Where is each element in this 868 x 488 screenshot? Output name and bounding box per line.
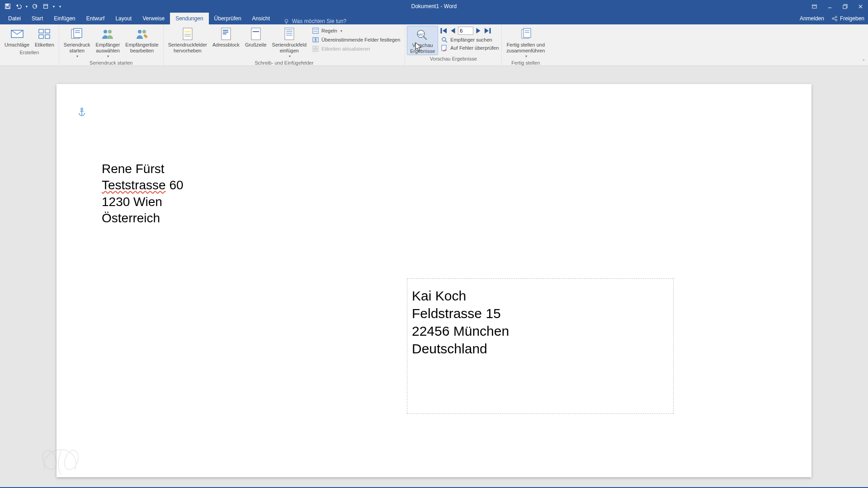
ribbon-display-icon[interactable] <box>807 0 822 13</box>
svg-point-64 <box>442 38 446 41</box>
svg-rect-6 <box>812 5 816 8</box>
redo-icon[interactable] <box>30 1 40 11</box>
seriendruck-starten-button[interactable]: Seriendruck starten▾ <box>61 26 93 59</box>
empfaenger-suchen-button[interactable]: Empfänger suchen <box>438 36 500 44</box>
empfaenger-auswaehlen-button[interactable]: Empfänger auswählen▾ <box>93 26 123 59</box>
tab-design[interactable]: Entwurf <box>81 13 110 24</box>
workspace: Rene Fürst Teststrasse 60 1230 Wien Öste… <box>0 66 868 487</box>
group-label-vorschau: Vorschau Ergebnisse <box>407 55 500 63</box>
envelope-icon <box>10 27 24 41</box>
close-icon[interactable] <box>853 0 868 13</box>
undo-icon[interactable] <box>14 1 24 11</box>
tell-me-placeholder: Was möchten Sie tun? <box>292 18 346 24</box>
titlebar: ▼ ▼ ▾ Dokument1 - Word <box>0 0 868 13</box>
tab-mailings[interactable]: Sendungen <box>170 13 208 24</box>
svg-text:ABC: ABC <box>417 33 425 37</box>
touch-mode-icon[interactable] <box>41 1 51 11</box>
group-fertig: Fertig stellen und zusammenführen▾ Ferti… <box>502 24 549 66</box>
group-seriendruck-starten: Seriendruck starten▾ Empfänger auswählen… <box>59 24 164 66</box>
svg-point-17 <box>835 16 837 18</box>
sender-country: Österreich <box>102 210 184 226</box>
recipient-name: Kai Koch <box>412 287 669 305</box>
etiketten-aktualisieren-button: Etiketten aktualisieren <box>311 45 401 53</box>
fertig-stellen-button[interactable]: Fertig stellen und zusammenführen▾ <box>504 26 547 59</box>
finish-merge-icon <box>519 27 533 41</box>
svg-rect-68 <box>524 28 531 38</box>
last-record-icon[interactable] <box>483 27 491 35</box>
svg-rect-2 <box>6 7 9 9</box>
recipient-textbox[interactable]: Kai Koch Feldstrasse 15 22456 München De… <box>407 278 674 414</box>
vorschau-ergebnisse-button[interactable]: ABC Vorschau Ergebnisse <box>407 26 438 55</box>
first-record-icon[interactable] <box>440 27 448 35</box>
fehler-ueberpruefen-button[interactable]: Auf Fehler überprüfen <box>438 44 500 52</box>
rules-icon <box>312 27 319 34</box>
prev-record-icon[interactable] <box>449 27 457 35</box>
hervorheben-button[interactable]: Seriendruckfelder hervorheben <box>165 26 210 54</box>
etiketten-button[interactable]: Etiketten <box>32 26 57 49</box>
svg-line-65 <box>445 41 447 42</box>
recipients-icon <box>100 27 115 41</box>
svg-rect-24 <box>39 35 43 38</box>
preview-results-icon: ABC <box>415 27 430 42</box>
undo-dropdown-icon[interactable]: ▼ <box>24 1 29 11</box>
match-fields-icon <box>312 36 319 43</box>
svg-point-74 <box>40 449 59 472</box>
svg-rect-53 <box>316 38 318 42</box>
grusszeile-button[interactable]: Grußzeile <box>242 26 269 49</box>
signin-link[interactable]: Anmelden <box>800 15 824 22</box>
seriendruckfeld-einfuegen-button[interactable]: Seriendruckfeld einfügen▾ <box>269 26 309 59</box>
window-title: Dokument1 - Word <box>411 3 457 9</box>
empfaengerliste-bearbeiten-button[interactable]: Empfängerliste bearbeiten <box>123 26 161 54</box>
document-page[interactable]: Rene Fürst Teststrasse 60 1230 Wien Öste… <box>57 84 811 477</box>
minimize-icon[interactable] <box>822 0 837 13</box>
lightbulb-icon <box>283 19 289 24</box>
sender-name: Rene Fürst <box>102 161 184 177</box>
group-vorschau: ABC Vorschau Ergebnisse Empfänger suchen <box>405 24 502 66</box>
qat-customize-icon[interactable]: ▾ <box>57 1 63 11</box>
group-label-erstellen: Erstellen <box>2 49 57 56</box>
svg-point-71 <box>81 108 83 110</box>
watermark-icon <box>36 443 86 481</box>
tab-file[interactable]: Datei <box>3 13 26 24</box>
svg-point-13 <box>285 19 288 22</box>
edit-recipients-icon <box>135 27 149 41</box>
svg-rect-52 <box>313 38 315 42</box>
svg-rect-4 <box>44 5 48 9</box>
error-check-icon <box>441 44 448 52</box>
tab-references[interactable]: Verweise <box>137 13 170 24</box>
svg-rect-57 <box>313 49 315 52</box>
svg-rect-10 <box>843 5 846 8</box>
tab-start[interactable]: Start <box>26 13 48 24</box>
adressblock-button[interactable]: Adressblock <box>210 26 242 49</box>
next-record-icon[interactable] <box>474 27 482 35</box>
svg-rect-35 <box>184 31 191 33</box>
umschlaege-button[interactable]: Umschläge <box>2 26 32 49</box>
tab-layout[interactable]: Layout <box>110 13 137 24</box>
highlight-fields-icon <box>180 27 195 41</box>
svg-point-33 <box>142 30 146 33</box>
record-nav <box>438 26 500 36</box>
svg-rect-49 <box>313 28 318 33</box>
save-icon[interactable] <box>3 1 13 11</box>
svg-line-19 <box>834 17 835 18</box>
mailmerge-start-icon <box>70 27 84 41</box>
svg-rect-25 <box>45 35 50 38</box>
touch-dropdown-icon[interactable]: ▼ <box>52 1 56 11</box>
tab-insert[interactable]: Einfügen <box>48 13 80 24</box>
collapse-ribbon-icon[interactable]: ⌃ <box>862 59 865 64</box>
sender-address[interactable]: Rene Fürst Teststrasse 60 1230 Wien Öste… <box>102 161 184 227</box>
svg-point-75 <box>62 449 80 472</box>
regeln-button[interactable]: Regeln▾ <box>311 27 401 35</box>
felder-festlegen-button[interactable]: Übereinstimmende Felder festlegen <box>311 36 401 44</box>
tell-me-search[interactable]: Was möchten Sie tun? <box>283 18 346 24</box>
share-button[interactable]: Freigeben <box>831 15 864 22</box>
tab-review[interactable]: Überprüfen <box>209 13 247 24</box>
search-icon <box>441 36 448 43</box>
tab-view[interactable]: Ansicht <box>247 13 275 24</box>
recipient-country: Deutschland <box>412 340 669 357</box>
svg-point-31 <box>108 30 112 33</box>
svg-rect-1 <box>6 4 9 6</box>
sender-city: 1230 Wien <box>102 194 184 210</box>
restore-icon[interactable] <box>837 0 853 13</box>
record-number-input[interactable] <box>458 27 473 35</box>
